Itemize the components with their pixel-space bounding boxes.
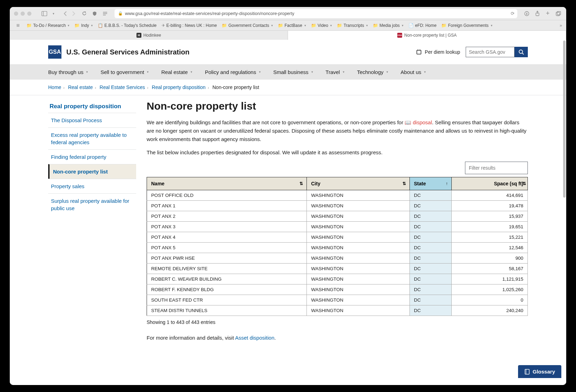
scrollbar-thumb[interactable] [563,40,566,198]
bookmark-folder[interactable]: 📁Government Contacts▾ [222,23,273,28]
main-navigation: Buy through us▾ Sell to government▾ Real… [10,64,566,80]
cell-name: POT ANX 5 [147,243,307,253]
nav-policy-regulations[interactable]: Policy and regulations▾ [205,69,261,75]
new-tab-icon[interactable]: + [544,10,552,17]
sort-asc-icon: ↑ [446,181,448,186]
svg-line-11 [522,53,524,54]
reader-icon[interactable] [101,10,109,17]
per-diem-lookup-link[interactable]: Per diem lookup [416,49,460,55]
sidebar-item-property-sales[interactable]: Property sales [48,179,136,193]
breadcrumb-link[interactable]: Real Estate Services [99,84,145,90]
cell-city: WASHINGTON [307,264,410,274]
breadcrumb-link[interactable]: Home [48,84,61,90]
bookmark-folder[interactable]: 📁Video▾ [311,23,332,28]
browser-tab-active[interactable]: GSA Non-core property list | GSA [288,31,566,40]
sidebar-item-surplus-property[interactable]: Surplus real property available for publ… [48,193,136,215]
per-diem-label: Per diem lookup [425,49,460,55]
site-search-input[interactable] [466,47,515,57]
sidebar-item-finding-property[interactable]: Finding federal property [48,149,136,164]
cell-space: 0 [451,295,527,305]
chevron-down-icon[interactable]: ▾ [50,10,57,17]
cell-state: DC [409,243,451,253]
sort-icon: ⇅ [523,181,526,186]
site-search-button[interactable] [515,47,528,57]
nav-about-us[interactable]: About us▾ [401,69,426,75]
column-header-state[interactable]: State↑ [409,177,451,190]
nav-buy-through-us[interactable]: Buy through us▾ [48,69,88,75]
nav-real-estate[interactable]: Real estate▾ [161,69,192,75]
entries-showing-text: Showing 1 to 443 of 443 entries [147,319,528,325]
cell-state: DC [409,190,451,201]
glossary-label: Glossary [533,369,555,375]
table-row: POT ANX 3 WASHINGTON DC 19,651 [147,222,528,232]
bookmarks-overflow-icon[interactable]: » [560,23,562,28]
download-icon[interactable] [523,10,531,17]
bookmark-folder[interactable]: 📁FactBase▾ [278,23,306,28]
cell-name: ROBERT C. WEAVER BUILDING [147,274,307,284]
bookmark-folder[interactable]: 📁To-Do / Research▾ [27,23,69,28]
reload-button[interactable] [80,10,88,17]
cell-city: WASHINGTON [307,274,410,284]
table-row: POT ANX 4 WASHINGTON DC 15,221 [147,232,528,243]
apps-grid-icon[interactable]: ⊞ [14,22,22,29]
svg-rect-0 [42,11,47,16]
url-text: www.gsa.gov/real-estate/real-estate-serv… [125,11,294,16]
cell-name: POT ANX 1 [147,201,307,211]
back-button[interactable] [61,10,69,17]
sidebar-item-excess-property[interactable]: Excess real property available to federa… [48,127,136,149]
nav-technology[interactable]: Technology▾ [357,69,388,75]
cell-city: WASHINGTON [307,305,410,316]
bookmark-folder[interactable]: 📁Foreign Governments▾ [441,23,492,28]
column-header-space[interactable]: Space (sq ft)⇅ [451,177,527,190]
forward-button[interactable] [70,10,77,17]
breadcrumb-link[interactable]: Real estate [68,84,93,90]
column-header-city[interactable]: City⇅ [307,177,410,190]
page-content: GSA U.S. General Services Administration… [10,40,566,385]
sidebar-item-disposal-process[interactable]: The Disposal Process [48,113,136,127]
asset-disposition-link[interactable]: Asset disposition [235,335,274,341]
breadcrumb-link[interactable]: Real property disposition [152,84,206,90]
bookmark-folder[interactable]: 📁Transcripts▾ [337,23,368,28]
filter-results-input[interactable] [465,162,528,174]
table-row: POT ANX PWR HSE WASHINGTON DC 900 [147,253,528,264]
page-title: Non-core property list [147,100,528,112]
cell-city: WASHINGTON [307,190,410,201]
gsa-logo[interactable]: GSA [48,45,61,59]
sidebar-toggle-icon[interactable] [40,10,48,17]
disposal-link[interactable]: disposal [413,119,432,125]
cell-space: 58,167 [451,264,527,274]
bookmark-folder[interactable]: 📁Indy▾ [74,23,93,28]
bookmark-link[interactable]: ✈E-billing : News UK : Home [162,23,217,28]
cell-city: WASHINGTON [307,222,410,232]
cell-name: POT ANX 3 [147,222,307,232]
glossary-button[interactable]: Glossary [518,365,561,378]
bookmark-link[interactable]: 📄eFD: Home [408,23,436,28]
nav-small-business[interactable]: Small business▾ [273,69,313,75]
scrollbar[interactable] [563,40,566,384]
shield-icon[interactable] [91,10,98,17]
refresh-icon[interactable]: ⟳ [511,11,515,16]
minimize-window-button[interactable] [21,12,25,16]
cell-space: 15,937 [451,211,527,222]
browser-tab[interactable]: H Hodinkee [10,31,288,40]
svg-rect-9 [417,50,421,54]
nav-sell-to-government[interactable]: Sell to government▾ [101,69,149,75]
cell-state: DC [409,253,451,264]
bookmark-folder[interactable]: 📁Media jobs▾ [373,23,404,28]
breadcrumb: Home› Real estate› Real Estate Services›… [10,80,566,95]
sidebar-item-noncore-list[interactable]: Non-core property list [48,164,136,179]
sidebar-title[interactable]: Real property disposition [48,100,136,113]
property-table: Name⇅ City⇅ State↑ Space (sq ft)⇅ POST O… [147,177,528,316]
share-icon[interactable] [533,10,541,17]
cell-name: POT ANX 4 [147,232,307,243]
maximize-window-button[interactable] [27,12,31,16]
tab-title: Hodinkee [143,33,161,38]
bookmarks-bar: ⊞ 📁To-Do / Research▾ 📁Indy▾ 📋E.B.B.S. - … [10,20,566,31]
bookmark-link[interactable]: 📋E.B.B.S. - Today's Schedule [98,23,156,28]
column-header-name[interactable]: Name⇅ [147,177,307,190]
url-bar[interactable]: 🔒 www.gsa.gov/real-estate/real-estate-se… [115,9,517,18]
nav-travel[interactable]: Travel▾ [326,69,345,75]
tabs-overview-icon[interactable] [554,10,562,17]
table-row: POST OFFICE OLD WASHINGTON DC 414,691 [147,190,528,201]
close-window-button[interactable] [14,12,18,16]
